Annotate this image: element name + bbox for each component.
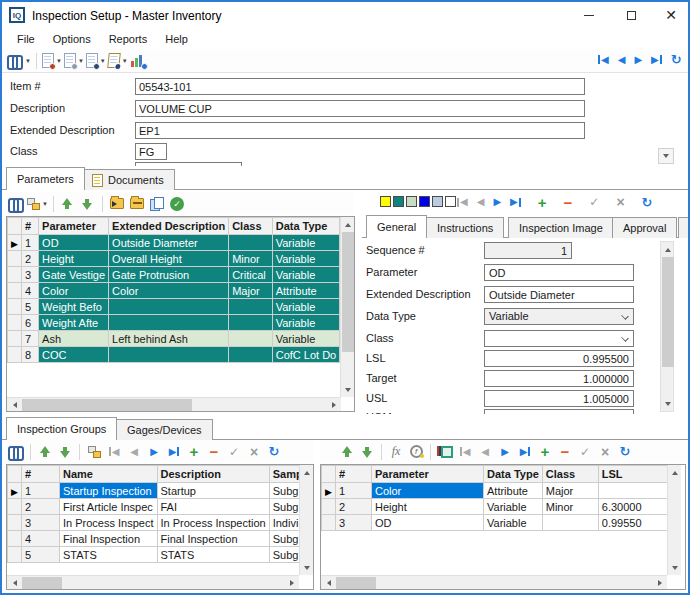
grid-cell[interactable]: 6.30000	[598, 499, 668, 515]
grid-cell[interactable]: Overall Height	[109, 251, 229, 267]
grid-cell[interactable]	[542, 515, 598, 531]
row-selector[interactable]	[8, 499, 22, 515]
class-field[interactable]	[135, 143, 167, 160]
groups-post-button[interactable]: ✓	[225, 442, 243, 462]
approve-button[interactable]: ✓	[168, 194, 186, 214]
search-groups-button[interactable]	[7, 442, 25, 462]
grid-cell[interactable]: 5	[21, 299, 38, 315]
column-header[interactable]: LSL	[598, 466, 668, 483]
grid-cell[interactable]	[598, 483, 668, 499]
statistics-chart-button[interactable]	[130, 51, 148, 71]
menu-reports[interactable]: Reports	[100, 31, 157, 47]
extended-description-detail-field[interactable]	[484, 286, 634, 303]
parameter-field[interactable]	[484, 264, 634, 281]
usl-field[interactable]	[484, 390, 634, 407]
grid-cell[interactable]: STATS	[157, 547, 269, 563]
grid-cell[interactable]: Weight Afte	[39, 315, 109, 331]
param-move-down-button[interactable]	[358, 442, 376, 462]
form-scroll-down-button[interactable]	[658, 148, 674, 164]
params-next-button[interactable]: ▶	[496, 442, 514, 462]
grid-cell[interactable]: Variable	[272, 251, 340, 267]
detail-prev-button[interactable]: ◀	[477, 197, 485, 207]
grid-cell[interactable]: 2	[336, 499, 372, 515]
column-header[interactable]: Name	[60, 466, 158, 483]
group-move-up-button[interactable]	[36, 442, 54, 462]
lsl-field[interactable]	[484, 350, 634, 367]
grid-cell[interactable]: Minor	[229, 251, 273, 267]
grid-cell[interactable]: 2	[21, 251, 38, 267]
scroll-right-button[interactable]	[327, 398, 341, 412]
grid-cell[interactable]: Variable	[272, 331, 340, 347]
grid-cell[interactable]: 4	[21, 283, 38, 299]
row-selector[interactable]: ▶	[8, 483, 22, 499]
grid-cell[interactable]: Attribute	[272, 283, 340, 299]
grid-cell[interactable]	[229, 331, 273, 347]
sequence-field[interactable]	[484, 242, 572, 259]
tab-approval[interactable]: Approval	[612, 217, 677, 238]
grid-cell[interactable]: 1	[22, 483, 60, 499]
groups-last-button[interactable]: ▶	[165, 442, 183, 462]
params-last-button[interactable]: ▶	[516, 442, 534, 462]
params-delete-button[interactable]: −	[556, 442, 574, 462]
grid-cell[interactable]: Ash	[39, 331, 109, 347]
row-selector[interactable]	[8, 331, 22, 347]
row-selector[interactable]	[8, 515, 22, 531]
param-move-up-button[interactable]	[338, 442, 356, 462]
grid-cell[interactable]: Critical	[229, 267, 273, 283]
menu-help[interactable]: Help	[156, 31, 197, 47]
scroll-left-button[interactable]	[321, 576, 335, 590]
row-selector[interactable]	[322, 515, 336, 531]
params-cancel-button[interactable]: ×	[596, 442, 614, 462]
tab-general[interactable]: General	[366, 215, 427, 238]
document-edit-button[interactable]: ▼	[86, 51, 106, 71]
detail-first-button[interactable]: ◀	[457, 197, 468, 207]
first-record-button[interactable]: ◀	[598, 55, 609, 65]
grid-cell[interactable]: COC	[39, 347, 109, 363]
scroll-left-button[interactable]	[7, 576, 21, 590]
last-record-button[interactable]: ▶	[651, 55, 662, 65]
grid-cell[interactable]: 3	[336, 515, 372, 531]
move-up-button[interactable]	[59, 194, 77, 214]
tab-gages-devices[interactable]: Gages/Devices	[116, 419, 213, 440]
scroll-down-button[interactable]	[300, 561, 314, 575]
grid-cell[interactable]: CofC Lot Do	[272, 347, 340, 363]
row-selector[interactable]	[8, 531, 22, 547]
row-selector[interactable]	[8, 299, 22, 315]
params-post-button[interactable]: ✓	[576, 442, 594, 462]
grid-cell[interactable]: Variable	[484, 499, 543, 515]
grid-cell[interactable]: STATS	[60, 547, 158, 563]
column-header[interactable]: Class	[229, 218, 273, 235]
detail-next-button[interactable]: ▶	[493, 197, 501, 207]
delete-record-button[interactable]: −	[564, 195, 573, 210]
dropdown-caret-icon[interactable]: ▼	[122, 58, 128, 64]
group-move-down-button[interactable]	[56, 442, 74, 462]
dropdown-caret-icon[interactable]: ▼	[42, 201, 48, 207]
scroll-up-button[interactable]	[341, 217, 355, 231]
grid-cell[interactable]: Weight Befo	[39, 299, 109, 315]
next-record-button[interactable]: ▶	[634, 55, 642, 65]
horizontal-scrollbar[interactable]	[7, 575, 299, 589]
minimize-button[interactable]	[572, 4, 606, 26]
grid-cell[interactable]: OD	[39, 235, 109, 251]
post-edit-button[interactable]: ✓	[589, 195, 599, 209]
copy-parameters-button[interactable]	[148, 194, 166, 214]
grid-cell[interactable]: 6	[21, 315, 38, 331]
move-down-button[interactable]	[79, 194, 97, 214]
formula-button[interactable]: fx	[387, 442, 405, 462]
grid-cell[interactable]: Left behind Ash	[109, 331, 229, 347]
grid-cell[interactable]: 4	[22, 531, 60, 547]
dropdown-caret-icon[interactable]: ▼	[78, 58, 84, 64]
column-header[interactable]: Parameter	[39, 218, 109, 235]
grid-cell[interactable]: Gate Vestige	[39, 267, 109, 283]
row-selector[interactable]	[8, 267, 22, 283]
refresh-button[interactable]: ↻	[671, 52, 682, 67]
tab-realtime[interactable]: RealTi	[678, 217, 688, 238]
grid-cell[interactable]: Startup Inspection	[60, 483, 158, 499]
row-selector[interactable]	[8, 347, 22, 363]
groups-delete-button[interactable]: −	[205, 442, 223, 462]
dropdown-caret-icon[interactable]: ▼	[100, 58, 106, 64]
tab-instructions[interactable]: Instructions	[426, 217, 504, 238]
horizontal-scrollbar[interactable]	[321, 575, 667, 589]
grid-cell[interactable]: Height	[39, 251, 109, 267]
group-layout-button[interactable]	[85, 442, 103, 462]
